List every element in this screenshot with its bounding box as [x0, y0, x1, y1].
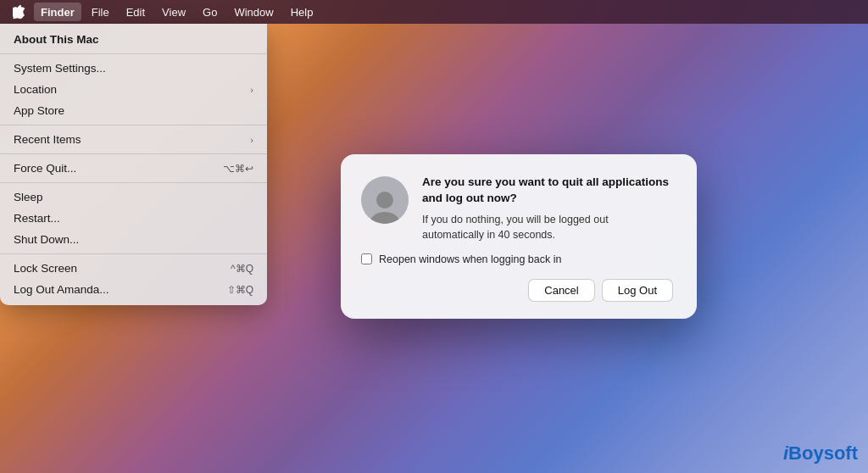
menu-item-restart[interactable]: Restart...: [0, 208, 267, 229]
menu-item-shutdown[interactable]: Shut Down...: [0, 229, 267, 250]
dialog-top-section: Are you sure you want to quit all applic…: [361, 175, 673, 242]
apple-menu-button[interactable]: [7, 0, 31, 24]
menu-item-logout[interactable]: Log Out Amanda... ⇧⌘Q: [0, 279, 267, 300]
avatar: [361, 176, 409, 224]
dialog-title: Are you sure you want to quit all applic…: [422, 175, 673, 207]
menubar-help[interactable]: Help: [284, 3, 320, 21]
menu-separator-3: [0, 153, 267, 154]
svg-point-0: [376, 192, 393, 209]
dialog-buttons: Cancel Log Out: [361, 279, 673, 302]
force-quit-shortcut: ⌥⌘↩: [223, 163, 253, 175]
menu-item-location[interactable]: Location ›: [0, 79, 267, 100]
recent-items-chevron-icon: ›: [250, 135, 253, 145]
menu-item-lock-screen[interactable]: Lock Screen ^⌘Q: [0, 258, 267, 279]
svg-point-1: [370, 212, 400, 224]
reopen-windows-checkbox[interactable]: [361, 253, 372, 264]
menu-item-about[interactable]: About This Mac: [0, 29, 267, 50]
menu-separator-2: [0, 125, 267, 125]
cancel-button[interactable]: Cancel: [528, 279, 594, 302]
menubar-view[interactable]: View: [155, 3, 192, 21]
menu-separator-1: [0, 53, 267, 54]
location-chevron-icon: ›: [250, 85, 253, 95]
menu-item-force-quit[interactable]: Force Quit... ⌥⌘↩: [0, 158, 267, 179]
menu-item-sleep[interactable]: Sleep: [0, 186, 267, 208]
menubar-file[interactable]: File: [85, 3, 116, 21]
logout-shortcut: ⇧⌘Q: [227, 284, 253, 296]
menubar-go[interactable]: Go: [196, 3, 224, 21]
apple-dropdown-menu: About This Mac System Settings... Locati…: [0, 24, 267, 305]
reopen-windows-label: Reopen windows when logging back in: [379, 253, 561, 265]
menubar-window[interactable]: Window: [227, 3, 280, 21]
logout-dialog: Are you sure you want to quit all applic…: [341, 154, 697, 318]
menu-item-app-store[interactable]: App Store: [0, 100, 267, 121]
menu-item-system-settings[interactable]: System Settings...: [0, 58, 267, 79]
menubar-finder[interactable]: Finder: [34, 3, 81, 21]
menubar-edit[interactable]: Edit: [120, 3, 152, 21]
dialog-text-section: Are you sure you want to quit all applic…: [422, 175, 673, 242]
logout-button[interactable]: Log Out: [602, 279, 673, 302]
dialog-body: If you do nothing, you will be logged ou…: [422, 212, 673, 242]
lock-screen-shortcut: ^⌘Q: [231, 263, 253, 275]
menu-item-recent-items[interactable]: Recent Items ›: [0, 129, 267, 150]
menubar: Finder File Edit View Go Window Help: [0, 0, 868, 24]
reopen-windows-row[interactable]: Reopen windows when logging back in: [361, 253, 673, 265]
menu-separator-5: [0, 253, 267, 254]
menu-separator-4: [0, 182, 267, 183]
